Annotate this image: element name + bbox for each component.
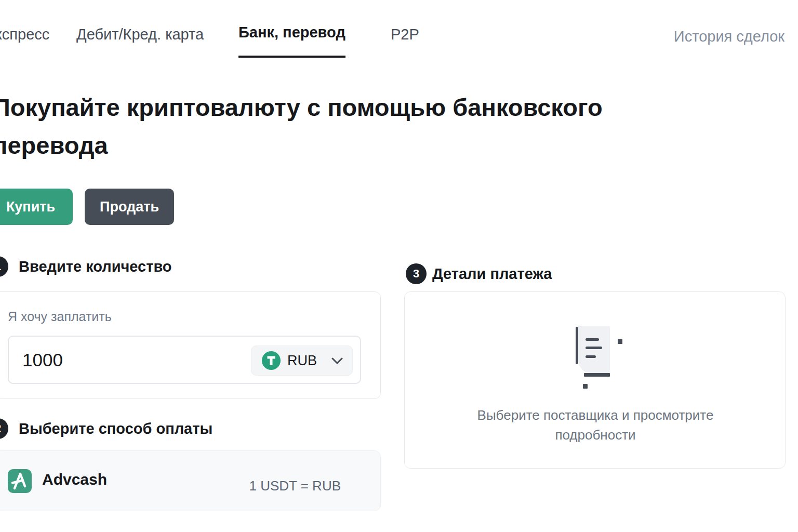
tab-bank-transfer[interactable]: Банк, перевод <box>238 24 345 58</box>
advcash-icon <box>8 469 32 493</box>
page-title: Покупайте криптовалюту с помощью банковс… <box>0 88 673 164</box>
chevron-down-icon <box>331 357 343 364</box>
step-3-title: Детали платежа <box>432 265 552 283</box>
amount-input-box: RUB <box>8 336 361 384</box>
amount-card: Я хочу заплатить RUB <box>0 291 381 399</box>
sell-button[interactable]: Продать <box>85 189 174 225</box>
trade-history-link[interactable]: История сделок <box>674 28 784 45</box>
details-placeholder-text: Выберите поставщика и просмотрите подроб… <box>460 405 730 445</box>
payment-method-row[interactable]: Advcash 1 USDT = RUB <box>0 450 381 511</box>
step-2-badge: 2 <box>0 418 8 439</box>
tab-debit-credit-card[interactable]: Дебит/Кред. карта <box>76 26 204 43</box>
amount-field-label: Я хочу заплатить <box>8 309 112 324</box>
step-1-title: Введите количество <box>19 258 172 275</box>
payment-details-panel: Выберите поставщика и просмотрите подроб… <box>404 291 786 469</box>
step-1-badge: 1 <box>0 256 8 277</box>
document-icon <box>565 325 628 393</box>
payment-channel-tabs: Экспресс Дебит/Кред. карта Банк, перевод… <box>0 0 798 68</box>
payment-method-rate: 1 USDT = RUB <box>249 478 341 494</box>
buy-button[interactable]: Купить <box>0 189 73 225</box>
payment-method-name: Advcash <box>42 471 107 488</box>
amount-input[interactable] <box>9 337 237 383</box>
tab-express[interactable]: Экспресс <box>0 26 49 43</box>
tab-p2p[interactable]: P2P <box>391 26 419 43</box>
tether-icon <box>262 351 281 370</box>
currency-selector[interactable]: RUB <box>251 345 353 376</box>
step-2-title: Выберите способ оплаты <box>19 420 212 437</box>
selected-currency: RUB <box>287 353 317 369</box>
step-3-badge: 3 <box>406 263 427 284</box>
